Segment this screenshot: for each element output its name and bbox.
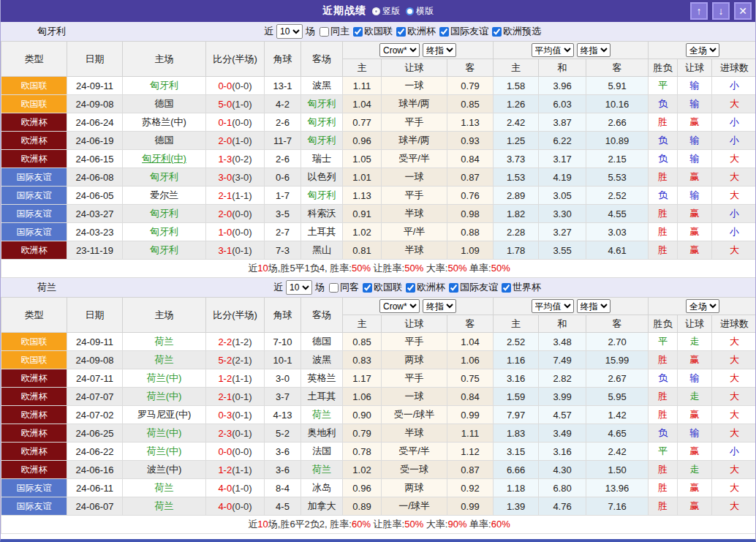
league-checkbox[interactable]: [439, 27, 449, 37]
move-up-button[interactable]: ↑: [690, 2, 708, 20]
away-team[interactable]: 匈牙利: [301, 187, 343, 205]
odds-handicap: 平手: [382, 113, 447, 132]
avg-draw: 3.30: [539, 205, 586, 223]
league-filter[interactable]: 欧国联: [359, 281, 402, 294]
recent-count-select[interactable]: 10: [286, 280, 312, 295]
home-team[interactable]: 匈牙利: [123, 205, 206, 223]
odds-away: 0.88: [447, 223, 494, 241]
away-team: 德国: [301, 333, 343, 351]
same-venue-filter[interactable]: 同主: [315, 25, 349, 38]
league-filter[interactable]: 国际友谊: [436, 25, 488, 38]
bookmaker-select[interactable]: Crow*: [379, 43, 420, 57]
odds-away: 1.06: [447, 351, 494, 369]
away-team[interactable]: 匈牙利: [301, 113, 343, 132]
league-checkbox[interactable]: [449, 283, 458, 293]
home-team[interactable]: 荷兰: [123, 479, 206, 497]
corner-score: 2-7: [265, 223, 301, 241]
result-handicap: 输: [678, 150, 712, 168]
odds-stage-select[interactable]: 终指: [423, 43, 456, 57]
home-team[interactable]: 荷兰: [123, 351, 206, 369]
avg-home: 2.28: [494, 223, 539, 241]
corner-score: 10-1: [265, 351, 301, 369]
result-wdl: 胜: [649, 406, 678, 424]
same-venue-checkbox[interactable]: [320, 27, 329, 37]
corner-score: 2-6: [265, 150, 301, 168]
average-select[interactable]: 平均值: [532, 299, 574, 313]
league-checkbox[interactable]: [396, 27, 406, 37]
avg-away: 13.96: [586, 479, 649, 497]
result-wdl: 胜: [649, 113, 678, 132]
avg-home: 1.39: [494, 497, 539, 516]
home-team[interactable]: 荷兰: [123, 333, 206, 351]
bookmaker-select[interactable]: Crow*: [379, 299, 420, 313]
away-team[interactable]: 荷兰: [301, 406, 343, 424]
result-wdl: 平: [649, 333, 678, 351]
close-button[interactable]: ✕: [734, 2, 752, 20]
fulltime-group-header: 全场: [649, 42, 756, 59]
result-wdl: 平: [649, 77, 678, 95]
league-checkbox[interactable]: [353, 27, 363, 37]
league-filter[interactable]: 欧洲杯: [402, 281, 445, 294]
odds-handicap: 一/球半: [382, 497, 447, 516]
home-team[interactable]: 荷兰(中): [123, 388, 206, 406]
league-checkbox[interactable]: [502, 283, 511, 293]
same-venue-checkbox[interactable]: [329, 283, 339, 293]
average-stage-select[interactable]: 终指: [577, 43, 611, 57]
average-select[interactable]: 平均值: [532, 43, 574, 57]
league-filter[interactable]: 世界杯: [498, 281, 541, 294]
home-team[interactable]: 荷兰(中): [123, 424, 206, 443]
home-team[interactable]: 荷兰(中): [123, 443, 206, 461]
away-team[interactable]: 荷兰: [301, 461, 343, 479]
avg-away: 5.91: [586, 77, 649, 95]
avg-home: 1.58: [494, 77, 539, 95]
league-filter[interactable]: 欧国联: [349, 25, 393, 38]
away-team: 科索沃: [301, 205, 343, 223]
away-team[interactable]: 匈牙利: [301, 95, 343, 113]
col-header-date: 日期: [67, 298, 123, 333]
home-team[interactable]: 匈牙利(中): [123, 150, 206, 168]
home-team[interactable]: 荷兰: [123, 497, 206, 516]
odds-handicap: 平手: [382, 333, 447, 351]
match-row: 欧洲杯24-07-07荷兰(中)2-1(0-1)3-7土耳其1.06一球0.84…: [1, 388, 756, 406]
odds-away: 0.76: [447, 187, 494, 205]
fulltime-select[interactable]: 全场: [686, 299, 719, 313]
radio-vertical-icon[interactable]: [372, 7, 380, 15]
avg-draw: 4.30: [539, 461, 586, 479]
summary-row: 近10场,胜5平1负4, 胜率:50% 让胜率:50% 大率:50% 单率:50…: [1, 260, 756, 278]
league-filter[interactable]: 欧洲预选: [488, 25, 541, 38]
league-checkbox[interactable]: [406, 283, 415, 293]
average-group-header: 平均值终指: [494, 298, 649, 315]
move-down-button[interactable]: ↓: [712, 2, 730, 20]
odds-home: 1.04: [343, 95, 382, 113]
home-team[interactable]: 匈牙利: [123, 168, 206, 187]
odds-stage-select[interactable]: 终指: [423, 299, 456, 313]
fulltime-select[interactable]: 全场: [686, 43, 719, 57]
recent-count-select[interactable]: 10: [276, 24, 303, 39]
avg-draw: 6.80: [539, 479, 586, 497]
home-team[interactable]: 匈牙利: [123, 223, 206, 241]
away-team[interactable]: 匈牙利: [301, 132, 343, 150]
same-venue-filter[interactable]: 同客: [325, 281, 359, 294]
odds-handicap: 球半/两: [382, 132, 447, 150]
result-wdl: 胜: [649, 205, 678, 223]
avg-away: 10.89: [586, 132, 649, 150]
home-team[interactable]: 匈牙利: [123, 77, 206, 95]
avg-away: 10.16: [586, 95, 649, 113]
league-filter[interactable]: 国际友谊: [445, 281, 498, 294]
league-checkbox[interactable]: [363, 283, 372, 293]
radio-horizontal-icon[interactable]: [406, 7, 414, 15]
games-label: 场: [306, 25, 315, 38]
result-handicap: 赢: [678, 223, 712, 241]
view-mode-horizontal[interactable]: 横版: [406, 5, 434, 18]
home-team[interactable]: 荷兰(中): [123, 369, 206, 388]
view-mode-vertical[interactable]: 竖版: [372, 5, 400, 18]
match-score: 2-2(1-2): [206, 333, 265, 351]
league-filter[interactable]: 欧洲杯: [393, 25, 436, 38]
result-handicap: 赢: [678, 205, 712, 223]
odds-handicap: 两球: [382, 479, 447, 497]
col-header-score: 比分(半场): [206, 42, 265, 77]
league-checkbox[interactable]: [492, 27, 502, 37]
result-wdl: 胜: [649, 461, 678, 479]
home-team[interactable]: 匈牙利: [123, 241, 206, 260]
average-stage-select[interactable]: 终指: [577, 299, 611, 313]
